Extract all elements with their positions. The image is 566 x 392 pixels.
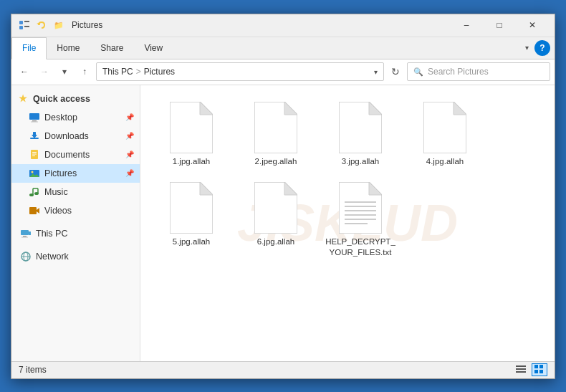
ribbon-collapse-icon[interactable]: ▾: [522, 42, 532, 53]
svg-marker-37: [369, 102, 382, 115]
svg-marker-35: [284, 102, 297, 115]
documents-label: Documents: [44, 150, 90, 160]
file-name-7: HELP_DECRYPT_YOUR_FILES.txt: [325, 236, 396, 258]
details-view-button[interactable]: [513, 363, 529, 376]
refresh-button[interactable]: ↻: [387, 63, 404, 80]
minimize-button[interactable]: –: [450, 14, 483, 37]
quick-access-toolbar: 📁: [17, 18, 66, 32]
close-button[interactable]: ✕: [516, 14, 549, 37]
sidebar-item-downloads[interactable]: Downloads 📌: [11, 127, 140, 145]
search-box[interactable]: 🔍 Search Pictures: [407, 62, 550, 81]
tab-file[interactable]: File: [11, 37, 47, 59]
downloads-pin-icon: 📌: [125, 132, 134, 140]
svg-rect-57: [534, 370, 538, 373]
svg-rect-13: [32, 153, 37, 154]
file-name-4: 4.jpg.allah: [426, 156, 464, 167]
forward-button[interactable]: →: [36, 63, 53, 80]
sidebar-item-pictures[interactable]: Pictures 📌: [11, 164, 140, 183]
file-icon-1: [170, 102, 213, 153]
tab-home[interactable]: Home: [47, 37, 90, 59]
sidebar-item-quick-access[interactable]: ★ Quick access: [11, 90, 140, 108]
file-icon-5: [170, 182, 213, 234]
svg-rect-6: [32, 120, 37, 122]
desktop-pin-icon: 📌: [125, 113, 134, 121]
file-item-1[interactable]: 1.jpg.allah: [152, 97, 231, 172]
address-bar: ← → ▾ ↑ This PC > Pictures ▾ ↻ 🔍 Search …: [11, 59, 555, 85]
ribbon-right: ▾ ?: [522, 37, 555, 59]
path-pictures: Pictures: [144, 67, 175, 77]
sidebar-item-desktop[interactable]: Desktop 📌: [11, 108, 140, 127]
pictures-label: Pictures: [44, 168, 77, 178]
svg-rect-56: [539, 365, 543, 368]
status-bar: 7 items: [11, 361, 555, 378]
files-grid: 1.jpg.allah 2.jpeg.allah: [152, 97, 543, 264]
svg-rect-10: [33, 132, 36, 135]
view-controls: [513, 363, 547, 376]
videos-label: Videos: [44, 206, 72, 216]
file-icon-6: [254, 182, 297, 234]
svg-rect-25: [21, 230, 29, 235]
file-item-2[interactable]: 2.jpeg.allah: [236, 97, 315, 172]
file-name-3: 3.jpg.allah: [342, 156, 379, 167]
new-folder-qab[interactable]: 📁: [52, 18, 66, 32]
svg-rect-23: [29, 207, 37, 214]
sidebar: ★ Quick access Desktop 📌 Downloads 📌: [11, 85, 140, 361]
sidebar-item-network[interactable]: Network: [11, 247, 140, 266]
file-icon-7: [339, 182, 382, 234]
sidebar-item-documents[interactable]: Documents 📌: [11, 145, 140, 164]
quick-access-icon: ★: [17, 93, 29, 105]
desktop-icon: [29, 112, 40, 123]
main-area: ★ Quick access Desktop 📌 Downloads 📌: [11, 85, 555, 361]
svg-rect-54: [516, 371, 526, 373]
search-icon: 🔍: [413, 67, 423, 77]
svg-rect-27: [21, 236, 28, 237]
svg-marker-45: [369, 182, 382, 195]
svg-rect-58: [539, 370, 543, 373]
path-chevron-icon: ▾: [374, 68, 378, 76]
file-item-4[interactable]: 4.jpg.allah: [406, 97, 484, 172]
svg-point-16: [32, 171, 34, 173]
music-label: Music: [44, 187, 68, 197]
window-title: Pictures: [72, 20, 450, 30]
svg-rect-0: [19, 21, 23, 24]
back-button[interactable]: ←: [16, 63, 33, 80]
videos-icon: [29, 205, 40, 216]
downloads-label: Downloads: [44, 131, 89, 141]
explorer-window: 📁 Pictures – □ ✕ File Home Share View ▾: [11, 14, 555, 379]
up-button[interactable]: ↑: [76, 63, 93, 80]
svg-rect-7: [31, 121, 38, 122]
address-path[interactable]: This PC > Pictures ▾: [96, 62, 384, 81]
file-item-5[interactable]: 5.jpg.allah: [152, 177, 231, 263]
file-area: JISKLUD 1.jpg.allah: [140, 85, 555, 361]
maximize-button[interactable]: □: [483, 14, 516, 37]
search-placeholder: Search Pictures: [428, 67, 489, 77]
window-controls: – □ ✕: [450, 14, 549, 37]
file-item-3[interactable]: 3.jpg.allah: [321, 97, 400, 172]
svg-rect-52: [516, 365, 526, 367]
svg-marker-24: [37, 208, 39, 214]
sidebar-item-videos[interactable]: Videos: [11, 201, 140, 220]
undo-qab[interactable]: [34, 18, 49, 32]
file-item-7[interactable]: HELP_DECRYPT_YOUR_FILES.txt: [321, 177, 400, 263]
ribbon-tab-bar: File Home Share View ▾ ?: [11, 37, 555, 59]
file-name-6: 6.jpg.allah: [257, 236, 294, 247]
recent-locations-button[interactable]: ▾: [56, 63, 73, 80]
file-name-5: 5.jpg.allah: [173, 236, 210, 247]
tab-share[interactable]: Share: [90, 37, 134, 59]
file-icon-3: [339, 102, 382, 153]
pictures-icon: [29, 168, 40, 179]
help-button[interactable]: ?: [534, 40, 550, 56]
svg-rect-5: [29, 113, 39, 120]
sidebar-item-thispc[interactable]: This PC: [11, 224, 140, 243]
tab-view[interactable]: View: [134, 37, 173, 59]
svg-rect-2: [24, 21, 29, 22]
thispc-label: This PC: [36, 229, 67, 239]
properties-qab[interactable]: [17, 18, 32, 32]
svg-marker-39: [454, 102, 466, 115]
file-item-6[interactable]: 6.jpg.allah: [236, 177, 315, 263]
item-count: 7 items: [19, 365, 47, 375]
svg-rect-12: [32, 152, 37, 153]
icons-view-button[interactable]: [532, 363, 547, 376]
sidebar-item-music[interactable]: Music: [11, 183, 140, 201]
file-name-1: 1.jpg.allah: [173, 156, 210, 167]
